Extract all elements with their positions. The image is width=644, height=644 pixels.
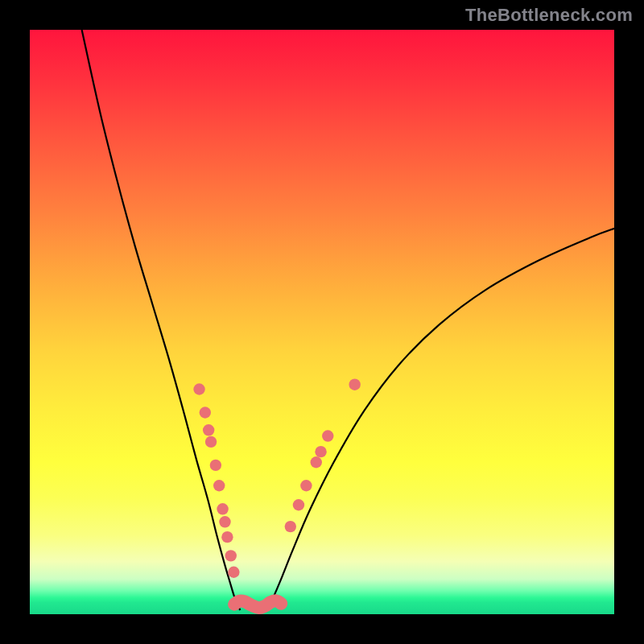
data-dot bbox=[322, 430, 333, 441]
data-dot bbox=[300, 480, 312, 491]
data-dot bbox=[315, 446, 326, 457]
data-dot bbox=[285, 521, 296, 532]
right-curve-line bbox=[267, 229, 614, 610]
data-dot bbox=[200, 407, 211, 418]
data-dot bbox=[213, 480, 225, 491]
data-dot bbox=[210, 460, 221, 471]
chart-svg bbox=[30, 30, 614, 614]
data-dot bbox=[219, 516, 230, 527]
watermark-label: TheBottleneck.com bbox=[465, 5, 633, 26]
data-dot bbox=[311, 456, 322, 468]
right-dot-cluster bbox=[285, 378, 361, 532]
outer-frame: TheBottleneck.com bbox=[0, 0, 644, 644]
data-dot bbox=[205, 436, 217, 448]
data-dot bbox=[217, 503, 228, 514]
data-dot bbox=[225, 550, 237, 561]
left-dot-cluster bbox=[193, 383, 239, 578]
data-dot bbox=[203, 424, 214, 436]
data-dot bbox=[293, 499, 304, 510]
data-dot bbox=[228, 567, 239, 578]
left-curve-line bbox=[82, 30, 241, 610]
data-dot bbox=[193, 383, 204, 394]
bottom-blob bbox=[234, 601, 281, 608]
plot-area bbox=[30, 30, 614, 614]
data-dot bbox=[221, 531, 233, 543]
data-dot bbox=[349, 378, 360, 390]
